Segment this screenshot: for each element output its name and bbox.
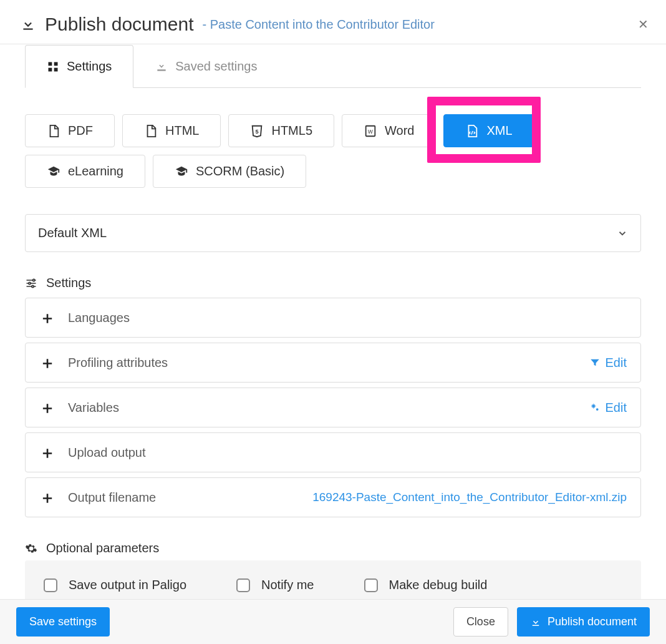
layout-select[interactable]: Default XML	[25, 214, 641, 252]
optional-section-label: Optional parameters	[46, 541, 159, 555]
format-elearning-button[interactable]: eLearning	[25, 155, 145, 188]
saved-download-icon	[155, 61, 168, 73]
svg-rect-0	[49, 62, 52, 66]
format-html-label: HTML	[165, 124, 199, 138]
opt-save-output[interactable]: Save output in Paligo	[44, 578, 186, 592]
dialog-title-group: Publish document - Paste Content into th…	[20, 14, 435, 35]
word-icon: W	[364, 124, 377, 138]
format-xml-label: XML	[486, 124, 512, 138]
publish-document-label: Publish document	[548, 615, 637, 628]
opt-notify-label: Notify me	[261, 578, 314, 592]
svg-rect-2	[49, 67, 52, 71]
format-word-label: Word	[385, 124, 414, 138]
row-output-filename[interactable]: ＋ Output filename 169243-Paste_Content_i…	[25, 477, 641, 517]
svg-point-7	[33, 279, 35, 281]
format-xml-button[interactable]: XML	[443, 114, 534, 147]
format-buttons: PDF HTML 5 HTML5 W Word XML	[25, 114, 641, 188]
settings-rows: ＋ Languages ＋ Profiling attributes Edit …	[25, 298, 641, 517]
opt-save-output-label: Save output in Paligo	[69, 578, 186, 592]
layout-select-value: Default XML	[38, 226, 107, 240]
plus-icon: ＋	[39, 354, 56, 371]
opt-debug-label: Make debug build	[389, 578, 488, 592]
graduation-icon	[47, 165, 60, 178]
close-button-label: Close	[466, 615, 495, 628]
dialog-footer: Save settings Close Publish document	[0, 599, 666, 644]
row-profiling-label: Profiling attributes	[68, 356, 168, 370]
row-upload[interactable]: ＋ Upload output	[25, 432, 641, 472]
optional-parameters-panel: Save output in Paligo Notify me Make deb…	[25, 560, 641, 599]
svg-point-11	[596, 408, 598, 411]
checkbox-icon[interactable]	[236, 578, 250, 592]
format-html5-button[interactable]: 5 HTML5	[228, 114, 334, 147]
tab-settings[interactable]: Settings	[25, 45, 133, 88]
dialog-title-text: Publish document	[45, 14, 193, 35]
download-icon	[20, 16, 36, 32]
publish-icon	[530, 617, 541, 628]
edit-label: Edit	[606, 356, 627, 370]
svg-text:W: W	[368, 129, 373, 134]
checkbox-icon[interactable]	[44, 578, 57, 592]
xml-icon	[465, 124, 479, 138]
row-languages[interactable]: ＋ Languages	[25, 298, 641, 338]
tab-saved-settings[interactable]: Saved settings	[133, 45, 279, 87]
row-profiling[interactable]: ＋ Profiling attributes Edit	[25, 343, 641, 383]
tab-bar: Settings Saved settings	[25, 45, 641, 88]
publish-document-button[interactable]: Publish document	[517, 607, 650, 637]
svg-rect-1	[54, 62, 58, 66]
row-upload-label: Upload output	[68, 446, 146, 460]
format-word-button[interactable]: W Word	[342, 114, 436, 147]
filter-icon	[589, 357, 601, 368]
graduation-icon	[175, 165, 188, 178]
close-button[interactable]: Close	[453, 607, 508, 637]
tab-saved-label: Saved settings	[175, 59, 257, 74]
format-html5-label: HTML5	[271, 124, 312, 138]
checkbox-icon[interactable]	[364, 578, 378, 592]
settings-section-header: Settings	[25, 276, 641, 290]
svg-point-9	[32, 285, 34, 287]
optional-section-header: Optional parameters	[25, 541, 641, 555]
tab-settings-label: Settings	[67, 59, 112, 74]
gear-icon	[25, 542, 37, 555]
row-output-filename-label: Output filename	[68, 490, 156, 505]
row-variables-label: Variables	[68, 401, 119, 415]
svg-text:5: 5	[256, 128, 259, 134]
row-profiling-edit[interactable]: Edit	[589, 356, 627, 370]
dialog-title: Publish document - Paste Content into th…	[20, 14, 435, 35]
html5-icon: 5	[250, 124, 264, 138]
dialog-body: Settings Saved settings PDF HTML 5	[0, 45, 666, 599]
svg-point-8	[29, 282, 31, 284]
format-scorm-label: SCORM (Basic)	[196, 164, 284, 178]
pdf-icon	[47, 124, 60, 138]
plus-icon: ＋	[39, 444, 56, 461]
dialog-subtitle: - Paste Content into the Contributor Edi…	[202, 17, 434, 32]
file-icon	[144, 124, 158, 138]
opt-debug[interactable]: Make debug build	[364, 578, 488, 592]
plus-icon: ＋	[39, 310, 56, 326]
sliders-icon	[25, 277, 37, 290]
row-variables[interactable]: ＋ Variables Edit	[25, 388, 641, 427]
grid-icon	[47, 61, 59, 73]
format-scorm-button[interactable]: SCORM (Basic)	[153, 155, 306, 188]
svg-rect-3	[54, 67, 58, 71]
dialog-header: Publish document - Paste Content into th…	[0, 0, 666, 44]
save-settings-button[interactable]: Save settings	[16, 607, 110, 637]
settings-section-label: Settings	[46, 276, 91, 290]
opt-notify[interactable]: Notify me	[236, 578, 314, 592]
format-elearning-label: eLearning	[68, 164, 123, 178]
format-pdf-label: PDF	[68, 124, 93, 138]
edit-label: Edit	[606, 401, 627, 415]
plus-icon: ＋	[39, 399, 56, 416]
gears-icon	[589, 402, 601, 413]
chevron-down-icon	[617, 228, 628, 239]
row-variables-edit[interactable]: Edit	[589, 401, 627, 415]
output-filename-value: 169243-Paste_Content_into_the_Contributo…	[312, 490, 627, 504]
format-pdf-button[interactable]: PDF	[25, 114, 115, 147]
format-html-button[interactable]: HTML	[122, 114, 221, 147]
save-settings-label: Save settings	[29, 615, 97, 628]
close-icon[interactable]: ✕	[638, 18, 649, 31]
row-languages-label: Languages	[68, 311, 130, 325]
plus-icon: ＋	[39, 489, 56, 505]
